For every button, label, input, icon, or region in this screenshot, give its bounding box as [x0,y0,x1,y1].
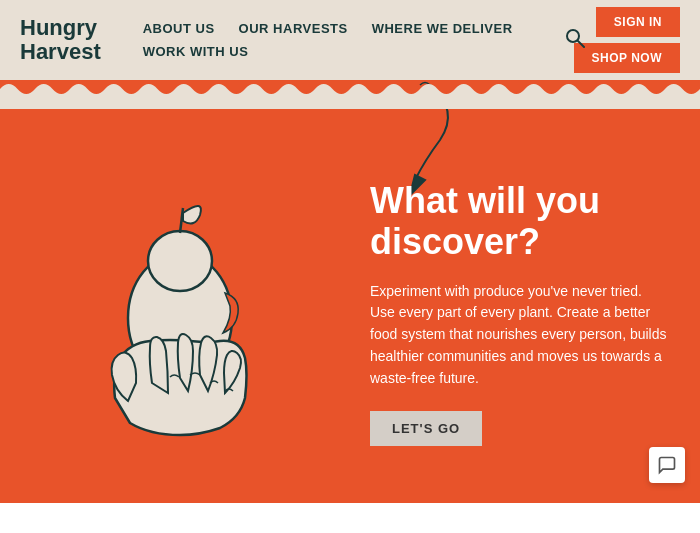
sign-in-button[interactable]: SIGN IN [596,7,680,37]
nav-top-row: ABOUT US OUR HARVESTS WHERE WE DELIVER [131,17,574,40]
hand-fruit-illustration [40,143,320,463]
shop-now-button[interactable]: SHOP NOW [574,43,680,73]
chat-bubble-button[interactable] [649,447,685,483]
search-icon[interactable] [565,28,585,52]
hero-content: What will you discover? Experiment with … [370,180,670,446]
hero-title: What will you discover? [370,180,670,263]
header-actions: SIGN IN SHOP NOW [574,7,680,73]
nav-container: ABOUT US OUR HARVESTS WHERE WE DELIVER W… [131,17,574,63]
lets-go-button[interactable]: LET'S GO [370,411,482,446]
logo[interactable]: Hungry Harvest [20,16,101,64]
header: Hungry Harvest ABOUT US OUR HARVESTS WHE… [0,0,700,80]
nav-where-we-deliver[interactable]: WHERE WE DELIVER [360,17,525,40]
nav-bottom-row: WORK WITH US [131,40,574,63]
nav-our-harvests[interactable]: OUR HARVESTS [227,17,360,40]
svg-line-1 [578,41,584,47]
svg-point-0 [567,30,579,42]
hero-body-text: Experiment with produce you've never tri… [370,281,670,389]
svg-point-4 [148,231,212,291]
nav-work-with-us[interactable]: WORK WITH US [131,40,261,63]
nav-about-us[interactable]: ABOUT US [131,17,227,40]
hero-section: What will you discover? Experiment with … [0,80,700,503]
